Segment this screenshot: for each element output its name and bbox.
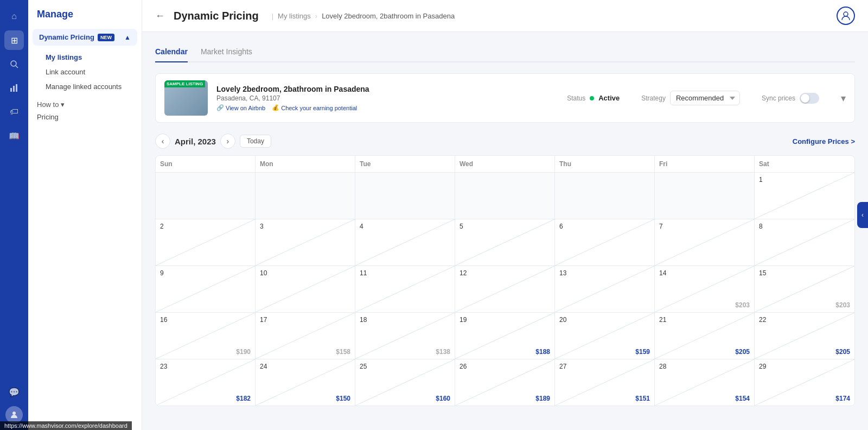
status-value: Active <box>598 94 620 102</box>
calendar-cell-3-6[interactable]: 22 $205 <box>755 313 854 359</box>
calendar-cell-1-0[interactable]: 2 <box>156 219 256 265</box>
calendar-cell-3-5[interactable]: 21 $205 <box>655 313 755 359</box>
sync-toggle[interactable] <box>800 93 819 104</box>
calendar-cell-1-5[interactable]: 7 <box>655 219 755 265</box>
user-avatar-top[interactable] <box>837 7 855 25</box>
breadcrumb-my-listings[interactable]: My listings <box>278 12 311 20</box>
chevron-up-icon: ▲ <box>124 34 131 41</box>
nav-chart-icon[interactable] <box>4 78 24 98</box>
calendar-cell-1-4[interactable]: 6 <box>555 219 655 265</box>
nav-home-icon[interactable]: ⌂ <box>4 7 24 26</box>
calendar-date: 21 <box>659 316 750 324</box>
calendar-cell-2-4[interactable]: 13 <box>555 266 655 312</box>
top-bar: ← Dynamic Pricing | My listings › Lovely… <box>142 0 868 32</box>
calendar-price: $160 <box>436 395 450 402</box>
calendar-price: $174 <box>835 395 850 402</box>
calendar-cell-4-3[interactable]: 26 $189 <box>455 359 555 406</box>
calendar-cell-4-6[interactable]: 29 $174 <box>755 359 854 406</box>
earning-potential-link[interactable]: 💰 Check your earning potential <box>272 104 357 111</box>
calendar-cell-2-2[interactable]: 11 <box>355 266 455 312</box>
listing-meta: Status Active Strategy Recommended Aggre… <box>567 91 846 105</box>
calendar-cell-1-1[interactable]: 3 <box>256 219 355 265</box>
listing-image: SAMPLE LISTING <box>164 80 208 116</box>
calendar-date: 14 <box>659 269 750 277</box>
strategy-select[interactable]: Recommended Aggressive Conservative <box>670 91 740 105</box>
calendar-cell-0-2[interactable] <box>355 173 455 219</box>
breadcrumb-current: Lovely 2bedroom, 2bathroom in Pasadena <box>322 12 455 20</box>
calendar-cell-0-6[interactable]: 1 <box>755 173 854 219</box>
calendar-nav: ‹ April, 2023 › Today <box>155 134 271 149</box>
view-airbnb-link[interactable]: 🔗 View on Airbnb <box>216 104 265 111</box>
calendar-cell-1-2[interactable]: 4 <box>355 219 455 265</box>
calendar-cell-3-3[interactable]: 19 $188 <box>455 313 555 359</box>
calendar-cell-3-1[interactable]: 17 $158 <box>256 313 355 359</box>
right-panel-collapse[interactable]: ‹ <box>857 202 868 228</box>
dynamic-pricing-dropdown[interactable]: Dynamic Pricing NEW ▲ <box>33 29 137 46</box>
calendar-cell-0-3[interactable] <box>455 173 555 219</box>
calendar-cell-0-0[interactable] <box>156 173 256 219</box>
listing-info: Lovely 2bedroom, 2bathroom in Pasadena P… <box>216 85 558 111</box>
calendar-cell-3-0[interactable]: 16 $190 <box>156 313 256 359</box>
nav-manage-linked-accounts[interactable]: Manage linked accounts <box>39 79 142 94</box>
nav-sub-items: My listings Link account Manage linked a… <box>28 46 142 98</box>
calendar-date: 1 <box>759 176 850 184</box>
calendar-cell-2-3[interactable]: 12 <box>455 266 555 312</box>
calendar-date: 23 <box>160 363 251 370</box>
calendar-cell-1-3[interactable]: 5 <box>455 219 555 265</box>
calendar-date: 24 <box>260 363 350 370</box>
calendar-price: $203 <box>735 301 750 309</box>
calendar-cell-2-1[interactable]: 10 <box>256 266 355 312</box>
calendar-cell-4-5[interactable]: 28 $154 <box>655 359 755 406</box>
calendar-cell-2-5[interactable]: 14 $203 <box>655 266 755 312</box>
calendar-date: 2 <box>160 223 251 230</box>
nav-pricing[interactable]: Pricing <box>28 111 142 123</box>
calendar-cell-0-1[interactable] <box>256 173 355 219</box>
nav-search-icon[interactable] <box>4 54 24 74</box>
configure-prices-link[interactable]: Configure Prices > <box>793 137 855 146</box>
tab-market-insights[interactable]: Market Insights <box>201 43 252 62</box>
calendar-cell-2-6[interactable]: 15 $203 <box>755 266 854 312</box>
dropdown-label: Dynamic Pricing <box>39 33 94 41</box>
calendar-date: 8 <box>759 223 850 230</box>
calendar-week-4: 16 $19017 $15818 $13819 $18820 $15921 $2… <box>156 313 854 359</box>
svg-rect-3 <box>13 86 15 92</box>
tabs: Calendar Market Insights <box>155 43 855 62</box>
calendar-cell-2-0[interactable]: 9 <box>156 266 256 312</box>
calendar-cell-0-5[interactable] <box>655 173 755 219</box>
calendar-date: 7 <box>659 223 750 230</box>
calendar-cell-3-2[interactable]: 18 $138 <box>355 313 455 359</box>
today-button[interactable]: Today <box>240 135 271 148</box>
calendar-date: 18 <box>360 316 450 324</box>
calendar-price: $190 <box>236 348 251 356</box>
calendar-cell-4-2[interactable]: 25 $160 <box>355 359 455 406</box>
back-button[interactable]: ← <box>155 10 165 22</box>
calendar-cell-1-6[interactable]: 8 <box>755 219 854 265</box>
nav-link-account[interactable]: Link account <box>39 65 142 79</box>
nav-book-icon[interactable]: 📖 <box>4 126 24 146</box>
calendar-cell-0-4[interactable] <box>555 173 655 219</box>
nav-tag-icon[interactable]: 🏷 <box>4 102 24 122</box>
nav-chat-icon[interactable]: 💬 <box>4 382 24 402</box>
earning-icon: 💰 <box>272 104 279 111</box>
status-dot <box>590 96 594 100</box>
expand-button[interactable]: ▾ <box>841 92 846 104</box>
svg-point-5 <box>12 412 16 415</box>
breadcrumb-separator: | <box>272 12 273 20</box>
listing-location: Pasadena, CA, 91107 <box>216 94 558 102</box>
content-area: Calendar Market Insights SAMPLE LISTING … <box>142 32 868 430</box>
calendar-cell-4-1[interactable]: 24 $150 <box>256 359 355 406</box>
next-month-button[interactable]: › <box>220 134 235 149</box>
nav-my-listings[interactable]: My listings <box>39 50 142 65</box>
calendar-date: 4 <box>360 223 450 230</box>
calendar-cell-4-0[interactable]: 23 $182 <box>156 359 256 406</box>
calendar-cell-4-4[interactable]: 27 $151 <box>555 359 655 406</box>
strategy-group: Strategy Recommended Aggressive Conserva… <box>641 91 740 105</box>
tab-calendar[interactable]: Calendar <box>155 43 188 62</box>
nav-how-to[interactable]: How to ▾ <box>28 98 142 111</box>
nav-grid-icon[interactable]: ⊞ <box>4 30 24 50</box>
prev-month-button[interactable]: ‹ <box>155 134 170 149</box>
day-header-sun: Sun <box>156 156 256 172</box>
calendar-cell-3-4[interactable]: 20 $159 <box>555 313 655 359</box>
calendar-date: 15 <box>759 269 850 277</box>
calendar-price: $182 <box>236 395 251 402</box>
